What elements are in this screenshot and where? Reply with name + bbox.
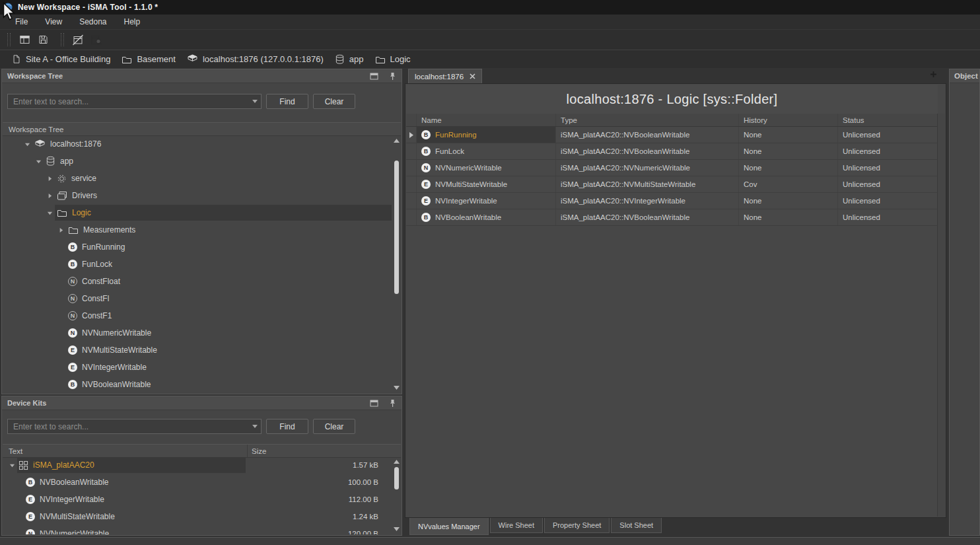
menu-item-view[interactable]: View	[36, 15, 71, 29]
cell-status: Unlicensed	[838, 143, 938, 159]
column-text[interactable]: Text	[9, 445, 22, 457]
expander-collapsed-icon[interactable]	[44, 193, 55, 199]
cell-name: BFunLock	[417, 143, 556, 159]
scrollbar-thumb[interactable]	[394, 161, 399, 294]
expander-collapsed-icon[interactable]	[44, 176, 55, 182]
tree-node-constfl[interactable]: NConstFl	[3, 290, 392, 307]
table-row-nvintegerwritable[interactable]: ENVIntegerWritableiSMA_platAAC20::NVInte…	[406, 193, 938, 209]
window-search-button[interactable]	[87, 31, 106, 48]
breadcrumb-item-0[interactable]: Site A - Office Building	[12, 54, 110, 64]
cell-name: NNVNumericWritable	[417, 160, 556, 176]
scroll-up-icon[interactable]	[392, 137, 401, 145]
device-kits-search-input[interactable]	[7, 419, 262, 434]
pin-icon[interactable]	[389, 72, 396, 81]
tree-node-funrunning[interactable]: BFunRunning	[3, 238, 392, 256]
tab-localhost-1876[interactable]: localhost:1876	[408, 69, 482, 83]
tree-node-label: FunLock	[82, 260, 112, 269]
cell-status: Unlicensed	[838, 193, 938, 209]
tree-node-constfloat[interactable]: NConstFloat	[3, 273, 392, 290]
breadcrumb-item-4[interactable]: Logic	[375, 54, 411, 64]
tree-node-content: NNVNumericWritable	[66, 325, 392, 341]
circle-e-icon: E	[421, 180, 431, 189]
table-row-funrunning[interactable]: BFunRunningiSMA_platAAC20::NVBooleanWrit…	[406, 127, 938, 143]
tree-node-funlock[interactable]: BFunLock	[3, 256, 392, 273]
kit-row-isma_plataac20[interactable]: iSMA_platAAC201.57 kB	[3, 456, 392, 474]
expander-expanded-icon[interactable]	[44, 210, 55, 216]
tree-node-app[interactable]: app	[3, 153, 392, 170]
workspace-tree-search-input[interactable]	[7, 94, 262, 109]
chevron-down-icon[interactable]	[252, 424, 258, 429]
nv-values-table: NameTypeHistoryStatusBFunRunningiSMA_pla…	[406, 114, 938, 226]
circle-n-outline-icon: N	[68, 277, 77, 286]
view-tab-property-sheet[interactable]: Property Sheet	[544, 518, 610, 533]
maximize-icon[interactable]	[370, 400, 378, 407]
tree-node-content: localhost:1876	[32, 136, 392, 152]
kit-row-nvintegerwritable[interactable]: ENVIntegerWritable112.00 B	[3, 491, 392, 508]
table-row-nvbooleanwritable[interactable]: BNVBooleanWritableiSMA_platAAC20::NVBool…	[406, 209, 938, 226]
kit-size: 1.57 kB	[246, 461, 392, 469]
tree-node-service[interactable]: service	[3, 170, 392, 187]
cell-type: iSMA_platAAC20::NVBooleanWritable	[556, 127, 739, 143]
toolbar-grip[interactable]	[7, 33, 11, 46]
maximize-icon[interactable]	[370, 73, 378, 80]
device-kits-find-button[interactable]: Find	[266, 419, 308, 434]
workspace-tree-find-button[interactable]: Find	[266, 94, 308, 109]
close-icon[interactable]	[470, 73, 475, 79]
menu-item-sedona[interactable]: Sedona	[71, 15, 115, 29]
add-tab-icon[interactable]	[930, 71, 937, 78]
tree-node-nvmultistatewritable[interactable]: ENVMultiStateWritable	[3, 342, 392, 359]
breadcrumb-item-1[interactable]: Basement	[122, 54, 176, 64]
window-edit-icon	[72, 34, 84, 46]
tree-node-measurements[interactable]: Measurements	[3, 221, 392, 238]
expander-expanded-icon[interactable]	[33, 159, 44, 164]
column-size[interactable]: Size	[247, 445, 401, 457]
kit-size: 1.24 kB	[246, 513, 392, 521]
tree-node-label: app	[60, 157, 73, 166]
tree-node-drivers[interactable]: Drivers	[3, 187, 392, 204]
window-edit-button[interactable]	[69, 31, 87, 48]
device-kits-clear-button[interactable]: Clear	[313, 419, 355, 434]
object-properties-title: Object Properties	[950, 69, 979, 83]
workspace-tree-clear-button[interactable]: Clear	[313, 94, 355, 109]
tree-node-nvbooleanwritable[interactable]: BNVBooleanWritable	[3, 376, 392, 393]
kit-label: NVBooleanWritable	[40, 478, 109, 487]
column-history[interactable]: History	[739, 114, 838, 126]
breadcrumb-item-3[interactable]: app	[335, 54, 364, 65]
expander-collapsed-icon[interactable]	[55, 227, 66, 233]
toolbar-grip[interactable]	[61, 33, 64, 46]
table-row-funlock[interactable]: BFunLockiSMA_platAAC20::NVBooleanWritabl…	[406, 143, 938, 160]
tree-node-nvnumericwritable[interactable]: NNVNumericWritable	[3, 324, 392, 342]
view-tab-slot-sheet[interactable]: Slot Sheet	[611, 518, 662, 533]
kit-row-nvnumericwritable[interactable]: NNVNumericWritable120.00 B	[3, 525, 392, 534]
expander-expanded-icon[interactable]	[22, 141, 32, 147]
tree-node-constf1[interactable]: NConstF1	[3, 307, 392, 324]
column-name[interactable]: Name	[417, 114, 556, 126]
column-type[interactable]: Type	[556, 114, 739, 126]
view-tab-nvvalues-manager[interactable]: NVvalues Manager	[409, 518, 489, 535]
scrollbar-thumb[interactable]	[394, 467, 399, 490]
chevron-down-icon[interactable]	[252, 99, 258, 104]
tree-node-logic[interactable]: Logic	[3, 204, 392, 221]
pin-icon[interactable]	[389, 399, 396, 408]
table-row-nvmultistatewritable[interactable]: ENVMultiStateWritableiSMA_platAAC20::NVM…	[406, 176, 938, 193]
breadcrumb-item-2[interactable]: localhost:1876 (127.0.0.1:1876)	[187, 54, 324, 64]
scroll-up-icon[interactable]	[392, 458, 401, 466]
scroll-down-icon[interactable]	[392, 525, 401, 532]
view-tab-wire-sheet[interactable]: Wire Sheet	[490, 518, 543, 533]
tree-node-nvintegerwritable[interactable]: ENVIntegerWritable	[3, 359, 392, 376]
menu-item-help[interactable]: Help	[116, 15, 149, 29]
main-scroll-gutter	[937, 114, 945, 517]
scroll-down-icon[interactable]	[392, 383, 401, 391]
column-status[interactable]: Status	[838, 114, 938, 126]
kit-row-content: ENVIntegerWritable	[24, 491, 246, 507]
expander-expanded-icon[interactable]	[7, 462, 17, 468]
menu-item-file[interactable]: File	[7, 15, 36, 29]
table-row-nvnumericwritable[interactable]: NNVNumericWritableiSMA_platAAC20::NVNume…	[406, 160, 938, 176]
tree-node-localhost:1876[interactable]: localhost:1876	[3, 135, 392, 153]
kit-row-nvmultistatewritable[interactable]: ENVMultiStateWritable1.24 kB	[3, 508, 392, 525]
new-workspace-button[interactable]	[15, 31, 34, 48]
kit-row-nvbooleanwritable[interactable]: BNVBooleanWritable100.00 B	[3, 474, 392, 491]
cell-name-label: FunRunning	[435, 131, 477, 139]
save-button[interactable]	[34, 31, 52, 48]
save-icon	[38, 34, 49, 45]
